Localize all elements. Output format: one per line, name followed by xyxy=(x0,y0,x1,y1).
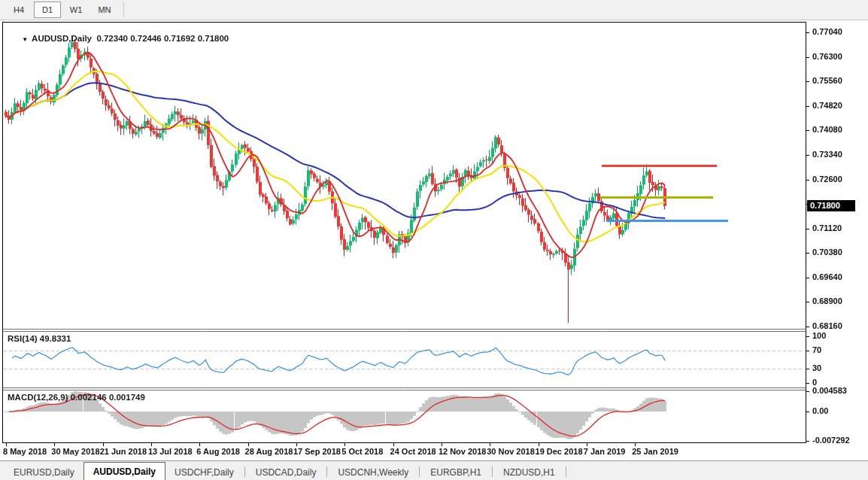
tab-eurgbp[interactable]: EURGBP,H1 xyxy=(421,464,490,480)
price-axis-label: 0.74820 xyxy=(812,101,842,110)
rsi-axis-label: 30 xyxy=(812,363,821,372)
tab-separator xyxy=(326,466,327,477)
tab-eurusd[interactable]: EURUSD,Daily xyxy=(5,464,83,480)
chart-stage: ▼AUDUSD,Daily 0.72340 0.72446 0.71692 0.… xyxy=(0,21,868,465)
price-axis-label: 0.75560 xyxy=(812,76,842,85)
date-label: 6 Aug 2018 xyxy=(196,447,240,456)
price-axis-label: 0.70380 xyxy=(812,248,842,257)
price-axis-label: 0.68900 xyxy=(812,296,842,305)
date-label: 24 Oct 2018 xyxy=(390,447,436,456)
timeframe-button-w1[interactable]: W1 xyxy=(62,2,90,18)
macd-label: MACD(12,26,9) 0.002146 0.001749 xyxy=(8,393,145,402)
timeframe-button-d1[interactable]: D1 xyxy=(34,2,61,18)
date-label: 5 Oct 2018 xyxy=(341,447,383,456)
price-axis-label: 0.71120 xyxy=(812,223,842,232)
tab-usdchf[interactable]: USDCHF,Daily xyxy=(165,464,243,480)
date-label: 21 Jun 2018 xyxy=(100,447,147,456)
current-price-tag: 0.71800 xyxy=(807,200,855,211)
date-label: 19 Dec 2018 xyxy=(536,447,583,456)
tab-usdcad[interactable]: USDCAD,Daily xyxy=(247,464,326,480)
rsi-axis-label: 70 xyxy=(812,345,821,354)
price-axis-label: 0.74080 xyxy=(812,125,842,134)
tab-separator xyxy=(492,466,493,477)
chart-tabbar: EURUSD,DailyAUDUSD,DailyUSDCHF,DailyUSDC… xyxy=(0,460,868,480)
price-axis-label: 0.73340 xyxy=(812,150,842,159)
macd-axis-label: 0.004583 xyxy=(812,386,847,395)
date-label: 8 May 2018 xyxy=(3,447,47,456)
macd-axis-label: -0.007292 xyxy=(812,436,850,445)
rsi-label: RSI(14) 49.8331 xyxy=(8,334,71,343)
date-label: 30 Nov 2018 xyxy=(487,447,535,456)
tab-separator xyxy=(419,466,420,477)
date-label: 13 Jul 2018 xyxy=(148,447,193,456)
tab-separator xyxy=(244,466,245,477)
price-axis-label: 0.68160 xyxy=(812,321,842,330)
timeframe-button-mn[interactable]: MN xyxy=(91,2,118,18)
rsi-axis-label: 100 xyxy=(812,331,826,340)
date-label: 7 Jan 2019 xyxy=(584,447,626,456)
date-label: 28 Aug 2018 xyxy=(245,447,293,456)
timeframe-toolbar: H4D1W1MN xyxy=(0,0,868,20)
tab-separator xyxy=(566,466,566,477)
price-axis-label: 0.76300 xyxy=(812,52,842,61)
symbol-label: AUDUSD,Daily xyxy=(32,34,92,43)
price-axis-label: 0.69640 xyxy=(812,272,842,281)
symbol-dropdown-icon[interactable]: ▼ xyxy=(22,36,28,43)
ohlc-values: 0.72340 0.72446 0.71692 0.71800 xyxy=(96,34,229,43)
date-label: 25 Jan 2019 xyxy=(632,447,678,456)
rsi-axis-label: 0 xyxy=(812,378,817,387)
tab-audusd[interactable]: AUDUSD,Daily xyxy=(83,462,165,480)
toolbar-separator xyxy=(123,2,124,17)
tab-nzdusd[interactable]: NZDUSD,H1 xyxy=(494,464,564,480)
date-label: 12 Nov 2018 xyxy=(439,447,487,456)
mt4-window: H4D1W1MN ▼AUDUSD,Daily 0.72340 0.72446 0… xyxy=(0,0,868,480)
timeframe-button-h4[interactable]: H4 xyxy=(5,2,32,18)
chart-title: ▼AUDUSD,Daily 0.72340 0.72446 0.71692 0.… xyxy=(8,25,229,52)
date-label: 17 Sep 2018 xyxy=(293,447,341,456)
price-axis-label: 0.77040 xyxy=(812,27,842,36)
tab-usdcnh[interactable]: USDCNH,Weekly xyxy=(329,464,417,480)
macd-axis-label: 0.00 xyxy=(812,406,828,415)
price-axis-label: 0.72600 xyxy=(812,175,842,184)
date-label: 30 May 2018 xyxy=(51,447,99,456)
